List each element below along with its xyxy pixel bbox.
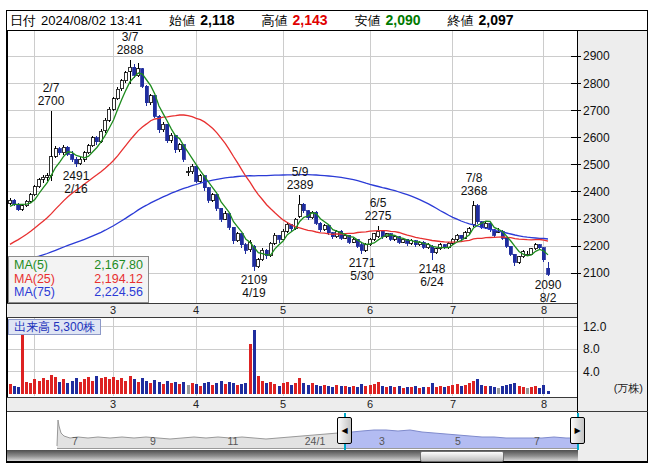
month-axis-strip-top (7, 303, 577, 318)
ma5-value: 2,167.80 (94, 259, 143, 273)
ma75-label: MA(75) (14, 286, 55, 300)
ma25-legend-row: MA(25) 2,194.12 (14, 273, 143, 287)
close-label: 終値 (448, 12, 474, 30)
volume-unit-label: (万株) (579, 381, 643, 396)
header-high: 高値 2,143 (261, 12, 327, 30)
volume-label-text: 出来高 (14, 320, 50, 334)
ma5-legend-row: MA(5) 2,167.80 (14, 259, 143, 273)
navigator-track[interactable] (7, 412, 577, 450)
date-value: 2024/08/02 13:41 (41, 13, 142, 28)
axis-strip-divider (577, 411, 648, 412)
ma25-label: MA(25) (14, 273, 55, 287)
left-arrow-icon: ◀ (341, 426, 347, 435)
ma75-legend-row: MA(75) 2,224.56 (14, 286, 143, 300)
month-axis-strip-bottom (7, 397, 577, 412)
date-label: 日付 (10, 12, 36, 30)
navigator-left-handle[interactable]: ◀ (337, 417, 352, 444)
volume-label: 出来高 5,300株 (8, 319, 101, 335)
ma75-value: 2,224.56 (94, 286, 143, 300)
header-close: 終値 2,097 (448, 12, 514, 30)
high-value: 2,143 (292, 12, 327, 28)
low-label: 安値 (355, 12, 381, 30)
low-value: 2,090 (386, 12, 421, 28)
ohlc-header: 日付 2024/08/02 13:41 始値 2,118 高値 2,143 安値… (7, 11, 647, 31)
open-value: 2,118 (200, 12, 234, 28)
open-label: 始値 (169, 12, 195, 30)
ma5-label: MA(5) (14, 259, 48, 273)
ma-legend: MA(5) 2,167.80 MA(25) 2,194.12 MA(75) 2,… (8, 256, 149, 303)
header-open: 始値 2,118 (169, 12, 234, 30)
ma25-value: 2,194.12 (94, 273, 143, 287)
chart-window-frame (6, 10, 648, 463)
horizontal-scrollbar-thumb[interactable] (420, 451, 504, 462)
close-value: 2,097 (479, 12, 514, 28)
header-date: 日付 2024/08/02 13:41 (10, 12, 142, 30)
high-label: 高値 (261, 12, 287, 30)
right-arrow-icon: ▶ (574, 426, 580, 435)
right-axis-panel (577, 31, 647, 461)
header-low: 安値 2,090 (355, 12, 421, 30)
volume-value: 5,300株 (53, 320, 95, 334)
navigator-right-handle[interactable]: ▶ (570, 417, 585, 444)
